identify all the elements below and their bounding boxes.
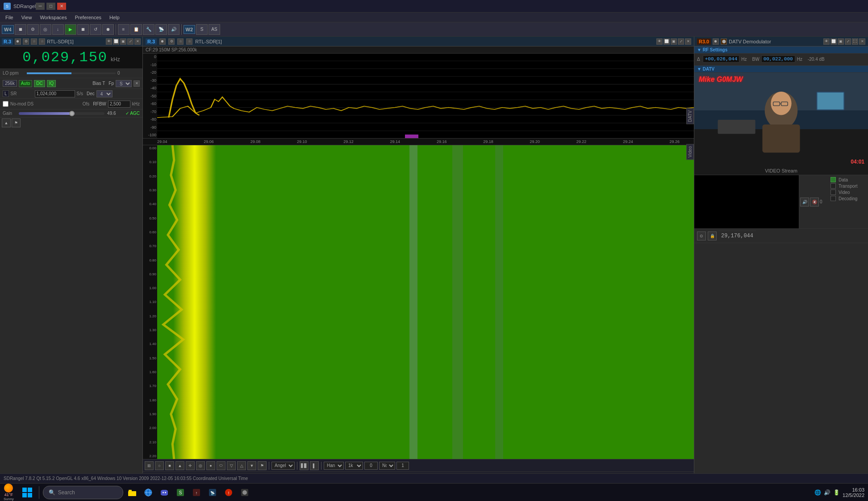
start-button[interactable] [19, 484, 35, 501]
freq-lock-btn[interactable]: 🔒 [708, 232, 717, 240]
rtlsdr-close-btn[interactable]: ✕ [134, 38, 141, 45]
tray-battery-icon[interactable]: 🔋 [833, 489, 840, 496]
toolbar-btn-4[interactable]: ↓ [52, 24, 64, 35]
l-btn[interactable]: L [3, 90, 9, 97]
avg-type-select[interactable]: No [379, 462, 395, 470]
toolbar-s-btn[interactable]: S [196, 24, 208, 35]
rtlsdr-undock-btn[interactable]: ⤢ [127, 38, 134, 45]
dec-select[interactable]: 4 [96, 90, 113, 97]
datv-expand-btn[interactable]: ⬜ [830, 38, 837, 45]
spec-star-btn[interactable]: ☆ [177, 38, 184, 45]
fft-window-select[interactable]: Angel [271, 462, 295, 470]
spec-power-btn[interactable]: ⏺ [159, 38, 166, 45]
taskbar-app2-icon[interactable]: ↑ [189, 485, 204, 500]
toolbar-btn-1[interactable]: ⏹ [15, 24, 26, 35]
no-mod-ds-checkbox[interactable] [3, 101, 8, 107]
minimize-button[interactable]: ─ [36, 3, 45, 10]
stb-ring-btn[interactable]: ◎ [196, 461, 205, 470]
stream-mute-btn[interactable]: 🔇 [810, 198, 819, 206]
freq-copy-btn[interactable]: ⊙ [697, 232, 706, 240]
toolbar-stop-btn[interactable]: ⏹ [77, 24, 89, 35]
menu-workspaces[interactable]: Workspaces [36, 14, 70, 21]
maximize-button[interactable]: □ [46, 3, 55, 10]
datv-side-tab[interactable]: DATV [686, 108, 694, 124]
close-button[interactable]: ✕ [57, 3, 66, 10]
workspace-w4[interactable]: W4 [2, 25, 14, 34]
rtlsdr-settings-btn[interactable]: ⚙ [23, 38, 29, 45]
menu-file[interactable]: File [2, 14, 17, 21]
datv-undock-btn[interactable]: ⤢ [845, 38, 851, 45]
stb-cross-btn[interactable]: ✛ [186, 461, 195, 470]
iq-btn[interactable]: IQ [47, 80, 56, 87]
toolbar-btn-3[interactable]: ◎ [40, 24, 51, 35]
decoding-checkbox[interactable] [830, 196, 836, 201]
datv-led-btn[interactable]: ⬤ [721, 38, 727, 45]
spec-close-btn[interactable]: ✕ [685, 38, 691, 45]
toolbar-btn-5[interactable]: ≡ [118, 24, 129, 35]
datv-section-header[interactable]: ▼ DATV [694, 66, 868, 73]
rtlsdr-eye-btn[interactable]: 👁 [106, 38, 112, 45]
spec-star2-btn[interactable]: ☆ [186, 38, 192, 45]
sidebar-btn-2[interactable]: ⚑ [12, 118, 21, 127]
stb-tri2-btn[interactable]: △ [237, 461, 246, 470]
video-status-checkbox[interactable] [830, 189, 836, 195]
spec-undock-btn[interactable]: ⤢ [678, 38, 684, 45]
gain-slider[interactable] [19, 112, 104, 115]
toolbar-play-btn[interactable]: ▶ [65, 24, 76, 35]
stb-marker-btn[interactable]: ▲ [175, 461, 184, 470]
taskbar-app5-icon[interactable] [238, 485, 252, 500]
toolbar-rec-btn[interactable]: ⏺ [102, 24, 114, 35]
toolbar-btn-6[interactable]: 📋 [130, 24, 142, 35]
toolbar-btn-7[interactable]: 🔧 [143, 24, 154, 35]
stb-bar-btn[interactable]: ▋▊ [300, 461, 309, 470]
datv-eye-btn[interactable]: 👁 [823, 38, 830, 45]
sup-select[interactable]: Sup [116, 80, 132, 87]
window-func-select[interactable]: Han [324, 462, 344, 470]
tray-volume-icon[interactable]: 🔊 [824, 489, 830, 496]
datv-fullscreen-btn[interactable]: ⛶ [852, 38, 858, 45]
auto-btn[interactable]: Auto [19, 80, 33, 87]
stb-dot-btn[interactable]: ● [206, 461, 215, 470]
rtlsdr-expand-btn[interactable]: ⬜ [113, 38, 119, 45]
rtlsdr-tile-btn[interactable]: ▣ [120, 38, 126, 45]
stb-ellipse-btn[interactable]: ⬭ [217, 461, 225, 470]
video-side-tab[interactable]: Video [686, 144, 694, 160]
taskbar-files-icon[interactable] [125, 485, 139, 500]
menu-help[interactable]: Help [106, 14, 123, 21]
spec-tile-btn[interactable]: ▣ [671, 38, 677, 45]
taskbar-app4-icon[interactable]: ! [221, 485, 236, 500]
spec-settings-btn[interactable]: ⚙ [168, 38, 175, 45]
toolbar-btn-2[interactable]: ⚙ [27, 24, 39, 35]
rtlsdr-star-btn[interactable]: ☆ [31, 38, 37, 45]
toolbar-btn-8[interactable]: 📡 [155, 24, 167, 35]
datv-tile-btn[interactable]: ▣ [838, 38, 844, 45]
avg-count-input[interactable] [396, 462, 409, 470]
datv-power-btn[interactable]: ⏺ [713, 38, 719, 45]
datv-close-btn[interactable]: ✕ [859, 38, 865, 45]
rtlsdr-power-btn[interactable]: ⏺ [15, 38, 21, 45]
toolbar-btn-9[interactable]: 🔊 [168, 24, 179, 35]
stb-flag-btn[interactable]: ⚑ [258, 461, 267, 470]
taskbar-app1-icon[interactable]: S [173, 485, 188, 500]
stb-square-btn[interactable]: ■ [165, 461, 174, 470]
taskbar-discord-icon[interactable] [157, 485, 171, 500]
taskbar-app3-icon[interactable]: 📡 [205, 485, 220, 500]
fft-avg-input[interactable] [364, 462, 378, 470]
menu-preferences[interactable]: Preferences [71, 14, 105, 21]
sr-value[interactable] [35, 90, 75, 97]
stream-vol-btn[interactable]: 🔊 [800, 198, 809, 206]
stb-down-btn[interactable]: ▼ [247, 461, 256, 470]
sidebar-btn-1[interactable]: ▲ [2, 118, 11, 127]
rfbw-value[interactable] [108, 101, 130, 108]
tray-network-icon[interactable]: 🌐 [814, 489, 821, 496]
taskbar-browser-icon[interactable] [141, 485, 155, 500]
workspace-w2[interactable]: W2 [184, 25, 196, 34]
fft-size-select[interactable]: 1k [345, 462, 363, 470]
stb-circle-btn[interactable]: ○ [155, 461, 164, 470]
stb-tri-btn[interactable]: ▽ [227, 461, 236, 470]
toolbar-as-btn[interactable]: AS [209, 24, 220, 35]
dc-btn[interactable]: DC [34, 80, 45, 87]
stb-grid-btn[interactable]: ⊞ [145, 461, 154, 470]
stb-line-btn[interactable]: ▌ [310, 461, 319, 470]
spec-expand-btn[interactable]: ⬜ [664, 38, 670, 45]
